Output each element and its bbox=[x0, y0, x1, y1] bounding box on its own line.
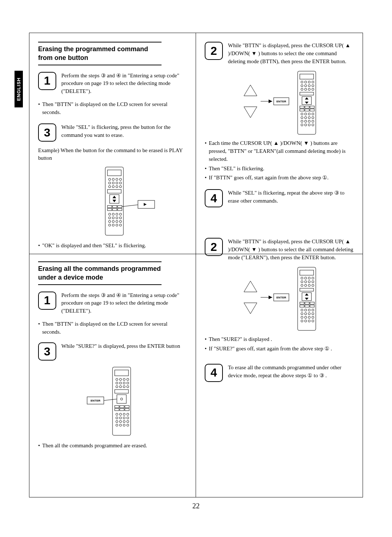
svg-point-93 bbox=[308, 81, 310, 83]
section-b-right-bullet-2: •If "SURE?" goes off, start again from t… bbox=[205, 345, 354, 353]
page-frame: Erasing the programmed command from one … bbox=[29, 33, 363, 497]
svg-point-49 bbox=[116, 382, 118, 384]
svg-rect-18 bbox=[107, 206, 112, 208]
svg-marker-84 bbox=[244, 85, 257, 96]
svg-point-77 bbox=[127, 420, 129, 423]
svg-point-137 bbox=[305, 277, 307, 279]
svg-point-143 bbox=[312, 281, 314, 283]
svg-rect-103 bbox=[300, 92, 314, 95]
svg-point-115 bbox=[308, 113, 310, 115]
svg-point-35 bbox=[119, 220, 122, 223]
svg-point-141 bbox=[305, 281, 307, 283]
svg-rect-110 bbox=[300, 109, 304, 111]
svg-point-9 bbox=[119, 182, 122, 184]
step-1-text: Perform the steps ③ and ④ in "Entering a… bbox=[61, 292, 187, 315]
svg-point-55 bbox=[123, 386, 125, 388]
svg-point-123 bbox=[308, 120, 310, 122]
svg-point-170 bbox=[301, 320, 303, 322]
svg-point-24 bbox=[109, 213, 111, 215]
svg-point-138 bbox=[308, 277, 310, 279]
svg-point-25 bbox=[112, 213, 114, 215]
svg-point-10 bbox=[109, 186, 111, 188]
page-number: 22 bbox=[29, 502, 363, 510]
svg-point-95 bbox=[301, 85, 303, 87]
svg-point-66 bbox=[116, 413, 118, 415]
svg-point-113 bbox=[301, 113, 303, 115]
enter-label: ENTER bbox=[276, 100, 286, 103]
svg-point-81 bbox=[127, 424, 129, 426]
bullet-text: Then "SURE?" is displayed . bbox=[209, 335, 272, 343]
svg-point-71 bbox=[119, 417, 122, 419]
svg-point-147 bbox=[312, 284, 314, 286]
svg-rect-152 bbox=[300, 302, 304, 304]
svg-rect-156 bbox=[305, 305, 309, 307]
svg-point-67 bbox=[119, 413, 122, 415]
svg-point-79 bbox=[119, 424, 122, 426]
svg-point-80 bbox=[123, 424, 125, 426]
step-badge-2: 2 bbox=[205, 238, 223, 256]
svg-point-144 bbox=[301, 284, 303, 286]
svg-rect-111 bbox=[305, 109, 309, 111]
svg-point-159 bbox=[305, 309, 307, 311]
step-3-text: While "SEL" is flickering, press the but… bbox=[61, 123, 187, 139]
svg-point-78 bbox=[116, 424, 118, 426]
section-a-right-bullet-3: •If "BTTN" goes off, start again from th… bbox=[205, 174, 354, 182]
svg-line-40 bbox=[122, 205, 138, 207]
section-b-step-2: 2 While "BTTN" is displayed, press the C… bbox=[205, 238, 354, 261]
svg-rect-63 bbox=[115, 408, 119, 411]
svg-point-101 bbox=[308, 88, 310, 90]
svg-point-117 bbox=[301, 117, 303, 119]
svg-rect-148 bbox=[300, 288, 314, 291]
section-a-step-4: 4 While "SEL" is flickering, repeat the … bbox=[205, 189, 354, 207]
svg-point-5 bbox=[119, 178, 122, 180]
note-text: Then all the commands programmed are era… bbox=[42, 442, 147, 450]
svg-point-36 bbox=[109, 224, 111, 226]
svg-point-26 bbox=[116, 213, 118, 215]
svg-point-171 bbox=[305, 320, 307, 322]
svg-marker-87 bbox=[269, 99, 272, 103]
step-badge-4: 4 bbox=[205, 364, 223, 382]
svg-rect-62 bbox=[125, 406, 129, 408]
section-a-step-3: 3 While "SEL" is flickering, press the b… bbox=[38, 123, 187, 142]
svg-point-52 bbox=[127, 382, 129, 384]
section-a-step-1: 1 Perform the steps ③ and ④ in "Entering… bbox=[38, 72, 187, 95]
svg-point-6 bbox=[109, 182, 111, 184]
svg-point-121 bbox=[301, 120, 303, 122]
svg-point-97 bbox=[308, 85, 310, 87]
section-a-note-1: •Then "BTTN" is displayed on the LCD scr… bbox=[38, 101, 187, 117]
bullet-text: Then "SEL" is flickering. bbox=[209, 165, 264, 173]
svg-rect-60 bbox=[115, 406, 119, 408]
step-3-text: While "SURE?" is displayed, press the EN… bbox=[61, 342, 180, 350]
svg-point-70 bbox=[116, 417, 118, 419]
svg-point-76 bbox=[123, 420, 125, 423]
svg-point-51 bbox=[123, 382, 125, 384]
svg-point-161 bbox=[312, 309, 314, 311]
svg-point-4 bbox=[116, 178, 118, 180]
svg-point-69 bbox=[127, 413, 129, 415]
svg-rect-21 bbox=[107, 208, 112, 211]
remote-enter-diagram: ENTER bbox=[65, 366, 160, 438]
svg-point-98 bbox=[312, 85, 314, 87]
note-text: Then "BTTN" is displayed on the LCD scre… bbox=[42, 101, 187, 117]
svg-rect-64 bbox=[120, 408, 124, 411]
svg-marker-85 bbox=[244, 107, 257, 118]
step-4-text: While "SEL" is flickering, repeat the ab… bbox=[228, 189, 354, 205]
svg-point-165 bbox=[312, 313, 314, 315]
language-tab: ENGLISH bbox=[15, 71, 23, 107]
step-1-text: Perform the steps ③ and ④ in "Entering a… bbox=[61, 72, 187, 95]
svg-rect-61 bbox=[120, 406, 124, 408]
svg-point-39 bbox=[119, 224, 122, 226]
svg-rect-22 bbox=[113, 208, 117, 211]
svg-point-12 bbox=[116, 186, 118, 188]
remote-play-diagram bbox=[65, 166, 160, 238]
section-a-note-2: •"OK" is displayed and then "SEL" is fli… bbox=[38, 242, 187, 250]
svg-point-34 bbox=[116, 220, 118, 223]
bullet-text: Each time the CURSOR UP( ▲ )/DOWN( ▼ ) b… bbox=[209, 139, 354, 163]
section-a-right-bullet-1: •Each time the CURSOR UP( ▲ )/DOWN( ▼ ) … bbox=[205, 139, 354, 163]
svg-rect-1 bbox=[107, 170, 121, 176]
section-b-right-bullet-1: •Then "SURE?" is displayed . bbox=[205, 335, 354, 343]
section-b-step-1: 1 Perform the steps ③ and ④ in "Entering… bbox=[38, 292, 187, 315]
svg-rect-135 bbox=[300, 270, 314, 275]
svg-point-100 bbox=[305, 88, 307, 90]
section-b-note-1: •Then "BTTN" is displayed on the LCD scr… bbox=[38, 320, 187, 336]
